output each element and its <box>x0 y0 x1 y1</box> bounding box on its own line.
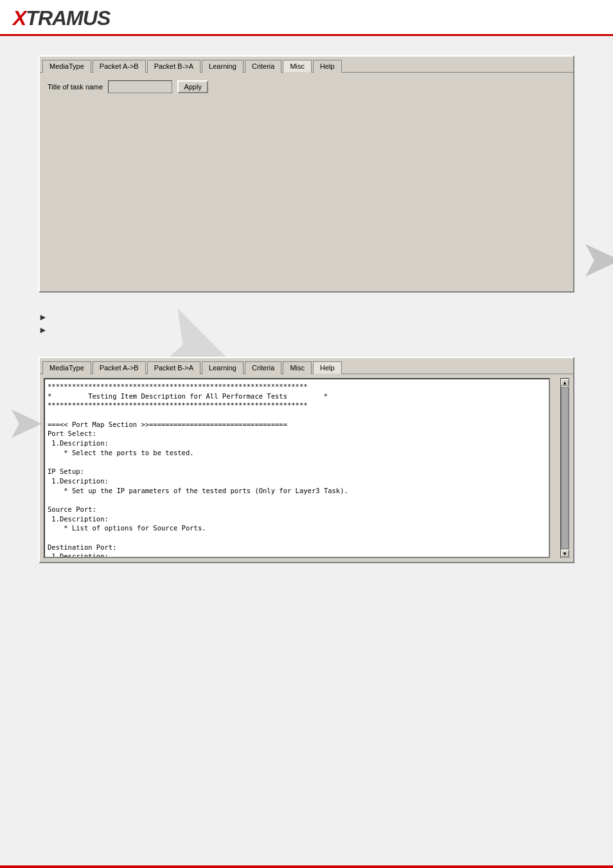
panel2: MediaType Packet A->B Packet B->A Learni… <box>39 357 574 563</box>
tab-packet-ba-1[interactable]: Packet B->A <box>147 60 200 73</box>
arrow-2: ► <box>39 325 48 335</box>
tab-mediatype-2[interactable]: MediaType <box>42 361 91 374</box>
tab-packet-ab-2[interactable]: Packet A->B <box>93 361 146 374</box>
arrow-item-1: ► <box>39 312 574 322</box>
tab-learning-2[interactable]: Learning <box>202 361 244 374</box>
tab-packet-ab-1[interactable]: Packet A->B <box>93 60 146 73</box>
help-text-area[interactable]: ****************************************… <box>44 378 550 558</box>
tab-learning-1[interactable]: Learning <box>202 60 244 73</box>
bottom-line <box>0 865 613 868</box>
panel2-content: ****************************************… <box>40 374 573 562</box>
panel1: MediaType Packet A->B Packet B->A Learni… <box>39 55 574 293</box>
arrow-item-2: ► <box>39 325 574 335</box>
logo-x: X <box>13 6 26 30</box>
scroll-down-button[interactable]: ▼ <box>561 550 569 557</box>
task-name-label: Title of task name <box>48 83 103 91</box>
scroll-up-button[interactable]: ▲ <box>561 379 569 386</box>
panel1-tab-bar: MediaType Packet A->B Packet B->A Learni… <box>40 57 573 73</box>
arrows-section: ► ► <box>39 305 574 341</box>
panel2-tab-bar: MediaType Packet A->B Packet B->A Learni… <box>40 358 573 374</box>
logo: XTRAMUS <box>13 6 110 30</box>
arrow-1: ► <box>39 312 48 322</box>
apply-button[interactable]: Apply <box>177 80 208 93</box>
tab-criteria-1[interactable]: Criteria <box>245 60 281 73</box>
help-text: ****************************************… <box>48 382 546 558</box>
tab-help-2[interactable]: Help <box>313 361 342 374</box>
middle-section: ➤ ► ► <box>39 305 574 357</box>
task-name-input[interactable] <box>108 80 172 93</box>
scroll-thumb[interactable] <box>561 387 569 549</box>
tab-misc-1[interactable]: Misc <box>283 60 312 73</box>
logo-rest: TRAMUS <box>26 6 110 30</box>
deco-arrow-right: ➤ <box>580 229 613 289</box>
tab-packet-ba-2[interactable]: Packet B->A <box>147 361 200 374</box>
panel1-content: Title of task name Apply <box>40 73 573 291</box>
tab-misc-2[interactable]: Misc <box>283 361 312 374</box>
tab-mediatype-1[interactable]: MediaType <box>42 60 91 73</box>
tab-criteria-2[interactable]: Criteria <box>245 361 281 374</box>
tab-help-1[interactable]: Help <box>313 60 342 73</box>
scrollbar-vertical[interactable]: ▲ ▼ <box>560 378 569 558</box>
header: XTRAMUS <box>0 0 613 36</box>
content-area: ➤ MediaType Packet A->B Packet B->A Lear… <box>0 36 613 595</box>
task-name-row: Title of task name Apply <box>48 80 565 93</box>
